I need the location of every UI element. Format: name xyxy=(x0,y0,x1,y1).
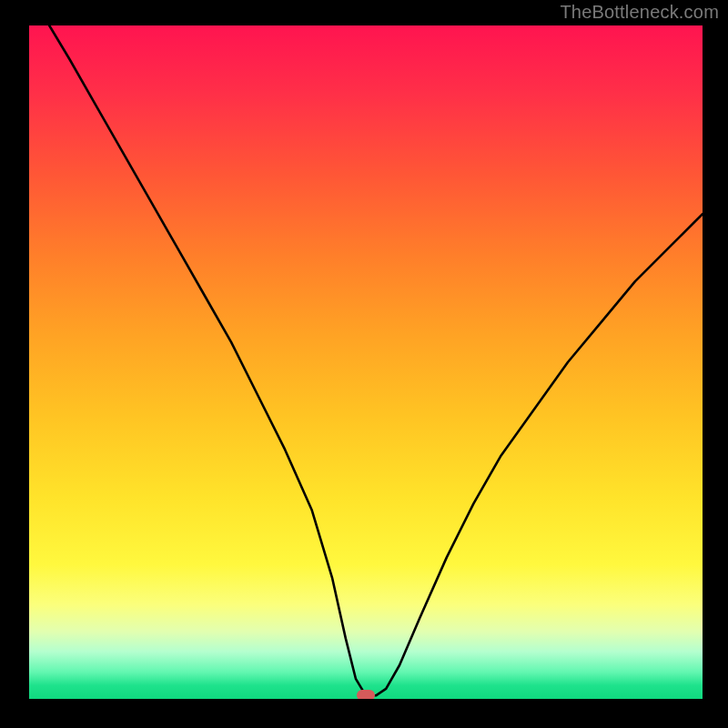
chart-frame: TheBottleneck.com xyxy=(0,0,728,728)
plot-area xyxy=(29,25,703,699)
curve-svg xyxy=(29,25,703,699)
watermark-text: TheBottleneck.com xyxy=(560,2,719,23)
bottleneck-curve-path xyxy=(29,25,703,695)
optimal-point-marker xyxy=(357,690,375,699)
